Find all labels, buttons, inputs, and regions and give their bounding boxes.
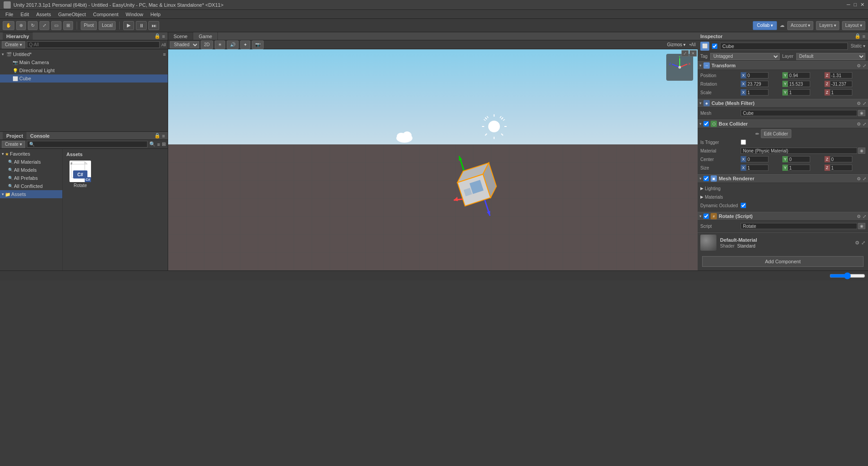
- scale-y-input[interactable]: [788, 89, 810, 96]
- meshrenderer-settings-btn[interactable]: ⚙: [857, 176, 861, 181]
- menu-component[interactable]: Component: [89, 12, 122, 17]
- inspector-menu-btn[interactable]: ≡: [863, 33, 865, 39]
- pause-btn[interactable]: ⏸: [136, 21, 147, 30]
- is-trigger-checkbox[interactable]: [741, 139, 746, 145]
- maximize-btn[interactable]: □: [854, 2, 857, 8]
- edit-collider-btn[interactable]: Edit Collider: [761, 129, 791, 138]
- size-z-input[interactable]: [830, 165, 852, 171]
- project-sort-btn[interactable]: ≡: [157, 142, 160, 147]
- meshrenderer-component-header[interactable]: ▾ ▣ Mesh Renderer ⚙ ⤢: [698, 174, 868, 183]
- inspector-lock-btn[interactable]: 🔒: [855, 33, 861, 39]
- scene-view[interactable]: X Y Z ⤢ ✕: [168, 49, 698, 270]
- boxcollider-expand-btn[interactable]: ⤢: [863, 122, 866, 126]
- inspector-tab[interactable]: Inspector: [700, 34, 723, 39]
- sidebar-assets[interactable]: ▾ 📁 Assets: [0, 190, 62, 198]
- hierarchy-search[interactable]: [27, 41, 160, 48]
- hierarchy-item-maincamera[interactable]: 📷 Main Camera: [0, 58, 168, 66]
- hierarchy-item-untitled[interactable]: ▾ 🎬 Untitled* ≡: [0, 50, 168, 58]
- position-z-input[interactable]: [830, 72, 852, 78]
- rotate-expand-btn[interactable]: ⤢: [863, 214, 866, 219]
- scale-x-input[interactable]: [746, 89, 768, 96]
- cloud-icon[interactable]: ☁: [780, 22, 785, 28]
- play-btn[interactable]: ▶: [123, 21, 134, 30]
- collider-material-input[interactable]: [741, 148, 857, 154]
- meshfilter-settings-btn[interactable]: ⚙: [857, 101, 861, 106]
- collab-btn[interactable]: Collab ▾: [753, 21, 777, 30]
- rotation-y-input[interactable]: [788, 81, 810, 87]
- layers-btn[interactable]: Layers ▾: [816, 21, 839, 30]
- boxcollider-settings-btn[interactable]: ⚙: [857, 122, 861, 126]
- hierarchy-lock-btn[interactable]: 🔒: [154, 33, 161, 39]
- scene-audio-btn[interactable]: 🔊: [227, 40, 239, 49]
- object-name-input[interactable]: [720, 43, 848, 50]
- pivot-btn[interactable]: Pivot: [81, 21, 97, 30]
- layout-btn[interactable]: Layout ▾: [842, 21, 865, 30]
- untitled-menu-btn[interactable]: ≡: [163, 52, 166, 57]
- gizmos-label[interactable]: Gizmos ▾: [667, 42, 686, 47]
- layer-select[interactable]: Default: [796, 53, 865, 60]
- add-component-btn[interactable]: Add Component: [702, 256, 864, 267]
- material-expand-btn[interactable]: ⤢: [861, 240, 865, 246]
- script-pick-btn[interactable]: ◉: [858, 223, 865, 229]
- rotate-tool[interactable]: ↻: [28, 21, 38, 30]
- game-tab[interactable]: Game: [193, 32, 218, 40]
- hierarchy-item-cube[interactable]: ⬜ Cube: [0, 74, 168, 83]
- 2d-btn[interactable]: 2D: [201, 40, 213, 49]
- rect-tool[interactable]: ▭: [51, 21, 61, 30]
- mesh-input[interactable]: [741, 110, 857, 116]
- asset-rotate[interactable]: # C# C# Rotate: [65, 159, 96, 190]
- scene-camera-btn[interactable]: 📷: [252, 40, 264, 49]
- menu-assets[interactable]: Assets: [33, 12, 55, 17]
- hierarchy-tab[interactable]: Hierarchy: [3, 32, 33, 40]
- rotate-component-header[interactable]: ▾ # Rotate (Script) ⚙ ⤢: [698, 212, 868, 221]
- menu-file[interactable]: File: [2, 12, 17, 17]
- meshfilter-expand-btn[interactable]: ⤢: [863, 101, 866, 106]
- hierarchy-item-light[interactable]: 💡 Directional Light: [0, 66, 168, 74]
- project-expand-btn[interactable]: ⊞: [162, 141, 166, 147]
- rotate-enable-checkbox[interactable]: [703, 213, 709, 219]
- project-search-icon-btn[interactable]: 🔍: [149, 141, 156, 147]
- transform-expand-btn[interactable]: ⤢: [863, 63, 866, 68]
- scene-close-btn[interactable]: ✕: [690, 50, 697, 57]
- scale-tool[interactable]: ⤢: [39, 21, 49, 30]
- size-y-input[interactable]: [788, 165, 810, 171]
- center-y-input[interactable]: [788, 156, 810, 162]
- hand-tool[interactable]: ✋: [3, 21, 14, 30]
- scene-tab[interactable]: Scene: [168, 32, 193, 40]
- minimize-btn[interactable]: ─: [847, 2, 851, 8]
- zoom-slider[interactable]: [829, 273, 865, 279]
- sidebar-all-conflicted[interactable]: 🔍 All Conflicted: [0, 182, 62, 190]
- hierarchy-create-btn[interactable]: Create ▾: [2, 41, 25, 48]
- menu-edit[interactable]: Edit: [17, 12, 33, 17]
- menu-help[interactable]: Help: [147, 12, 164, 17]
- sidebar-all-models[interactable]: 🔍 All Models: [0, 166, 62, 174]
- transform-settings-btn[interactable]: ⚙: [857, 63, 861, 68]
- size-x-input[interactable]: [746, 165, 768, 171]
- close-btn[interactable]: ✕: [860, 2, 864, 8]
- console-tab[interactable]: Console: [26, 132, 53, 139]
- meshfilter-component-header[interactable]: ▾ ◈ Cube (Mesh Filter) ⚙ ⤢: [698, 99, 868, 108]
- scene-expand-btn[interactable]: ⤢: [681, 50, 689, 57]
- menu-window[interactable]: Window: [122, 12, 147, 17]
- dynamic-occluded-checkbox[interactable]: [741, 203, 746, 208]
- project-tab[interactable]: Project: [3, 132, 26, 139]
- project-create-btn[interactable]: Create ▾: [2, 141, 25, 148]
- scene-lighting-btn[interactable]: ☀: [215, 40, 225, 49]
- boxcollider-component-header[interactable]: ▾ ⬡ Box Collider ⚙ ⤢: [698, 119, 868, 128]
- move-tool[interactable]: ⊕: [16, 21, 26, 30]
- project-lock-btn[interactable]: 🔒: [154, 133, 161, 139]
- script-input[interactable]: [741, 223, 857, 229]
- transform-component-header[interactable]: ▾ ↔ Transform ⚙ ⤢: [698, 61, 868, 70]
- menu-gameobject[interactable]: GameObject: [55, 12, 90, 17]
- account-btn[interactable]: Account ▾: [787, 21, 813, 30]
- sidebar-all-materials[interactable]: 🔍 All Materials: [0, 158, 62, 166]
- object-active-checkbox[interactable]: [712, 44, 717, 49]
- local-btn[interactable]: Local: [99, 21, 116, 30]
- center-z-input[interactable]: [830, 156, 852, 162]
- shading-dropdown[interactable]: Shaded: [170, 41, 199, 48]
- center-x-input[interactable]: [746, 156, 768, 162]
- rotation-x-input[interactable]: [746, 81, 768, 87]
- project-search[interactable]: [27, 141, 148, 148]
- transform-tool[interactable]: ⊞: [63, 21, 73, 30]
- tag-select[interactable]: Untagged: [710, 53, 779, 60]
